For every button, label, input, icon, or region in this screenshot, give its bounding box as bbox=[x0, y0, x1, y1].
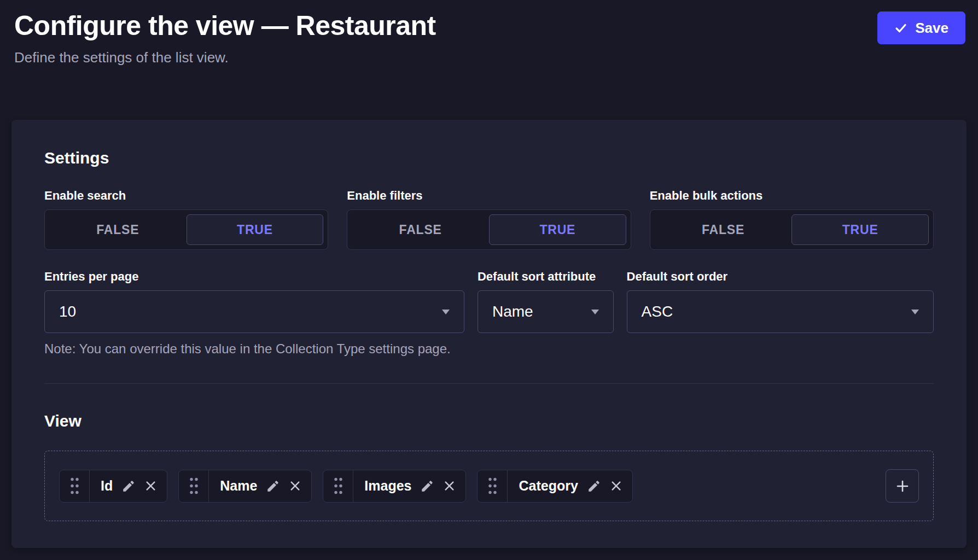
check-icon bbox=[894, 21, 907, 34]
section-divider bbox=[44, 383, 934, 384]
displayed-fields-dropzone: Id Name bbox=[44, 451, 934, 521]
default-sort-order-select[interactable]: ASC bbox=[627, 290, 934, 333]
add-field-button[interactable] bbox=[886, 469, 919, 503]
pencil-icon bbox=[420, 479, 434, 493]
save-button[interactable]: Save bbox=[877, 11, 965, 44]
enable-bulk-actions-toggle: FALSE TRUE bbox=[650, 209, 934, 250]
field-chip-name: Name bbox=[178, 470, 312, 503]
default-sort-order-value: ASC bbox=[642, 303, 673, 320]
select-label: Entries per page bbox=[44, 270, 464, 284]
toggle-group-enable-search: Enable search FALSE TRUE bbox=[44, 189, 328, 250]
edit-field-button[interactable] bbox=[121, 479, 136, 493]
field-chip-id: Id bbox=[59, 470, 167, 503]
selects-row: Entries per page 10 Default sort attribu… bbox=[44, 270, 934, 333]
edit-field-button[interactable] bbox=[587, 479, 601, 493]
field-chip-label: Category bbox=[508, 478, 586, 494]
plus-icon bbox=[894, 477, 911, 495]
page-header: Configure the view — Restaurant Define t… bbox=[0, 0, 978, 67]
pencil-icon bbox=[121, 479, 136, 493]
field-chip-images: Images bbox=[323, 470, 466, 503]
page-title: Configure the view — Restaurant bbox=[14, 10, 964, 42]
default-sort-order-group: Default sort order ASC bbox=[627, 270, 934, 333]
entries-per-page-group: Entries per page 10 bbox=[44, 270, 464, 333]
pencil-icon bbox=[266, 479, 280, 493]
toggle-label: Enable bulk actions bbox=[650, 189, 934, 203]
settings-heading: Settings bbox=[44, 148, 934, 168]
default-sort-attribute-select[interactable]: Name bbox=[478, 290, 614, 333]
page-subtitle: Define the settings of the list view. bbox=[14, 48, 964, 67]
settings-card: Settings Enable search FALSE TRUE Enable… bbox=[11, 120, 967, 548]
toggle-group-enable-bulk-actions: Enable bulk actions FALSE TRUE bbox=[650, 189, 934, 250]
chevron-down-icon bbox=[442, 310, 450, 314]
enable-filters-true-option[interactable]: TRUE bbox=[489, 214, 626, 245]
enable-search-true-option[interactable]: TRUE bbox=[187, 214, 324, 245]
enable-search-false-option[interactable]: FALSE bbox=[49, 214, 187, 245]
edit-field-button[interactable] bbox=[266, 479, 280, 493]
remove-field-button[interactable] bbox=[144, 480, 157, 492]
enable-bulk-actions-false-option[interactable]: FALSE bbox=[655, 214, 792, 245]
select-label: Default sort order bbox=[627, 270, 934, 284]
toggle-group-enable-filters: Enable filters FALSE TRUE bbox=[347, 189, 631, 250]
field-chip-label: Name bbox=[209, 478, 266, 494]
drag-handle-icon[interactable] bbox=[323, 470, 353, 502]
entries-per-page-value: 10 bbox=[59, 303, 76, 320]
close-icon bbox=[144, 480, 157, 492]
close-icon bbox=[289, 480, 301, 492]
default-sort-attribute-group: Default sort attribute Name bbox=[478, 270, 614, 333]
toggle-label: Enable filters bbox=[347, 189, 631, 203]
enable-search-toggle: FALSE TRUE bbox=[44, 209, 328, 250]
field-chip-label: Id bbox=[90, 478, 121, 494]
entries-per-page-note: Note: You can override this value in the… bbox=[44, 341, 934, 357]
chevron-down-icon bbox=[591, 310, 599, 314]
remove-field-button[interactable] bbox=[289, 480, 301, 492]
toggles-row: Enable search FALSE TRUE Enable filters … bbox=[44, 189, 934, 250]
drag-handle-icon[interactable] bbox=[60, 470, 90, 502]
field-chip-label: Images bbox=[353, 478, 420, 494]
entries-per-page-select[interactable]: 10 bbox=[44, 290, 464, 333]
edit-field-button[interactable] bbox=[420, 479, 434, 493]
save-button-label: Save bbox=[915, 20, 948, 37]
select-label: Default sort attribute bbox=[478, 270, 614, 284]
chevron-down-icon bbox=[911, 310, 919, 314]
default-sort-attribute-value: Name bbox=[492, 303, 533, 320]
enable-bulk-actions-true-option[interactable]: TRUE bbox=[791, 214, 929, 245]
pencil-icon bbox=[587, 479, 601, 493]
field-chip-category: Category bbox=[477, 470, 632, 503]
toggle-label: Enable search bbox=[44, 189, 328, 203]
view-heading: View bbox=[44, 411, 934, 431]
drag-handle-icon[interactable] bbox=[179, 470, 209, 502]
remove-field-button[interactable] bbox=[610, 480, 622, 492]
close-icon bbox=[610, 480, 622, 492]
close-icon bbox=[443, 480, 456, 492]
drag-handle-icon[interactable] bbox=[478, 470, 508, 502]
enable-filters-toggle: FALSE TRUE bbox=[347, 209, 631, 250]
remove-field-button[interactable] bbox=[443, 480, 456, 492]
enable-filters-false-option[interactable]: FALSE bbox=[352, 214, 489, 245]
